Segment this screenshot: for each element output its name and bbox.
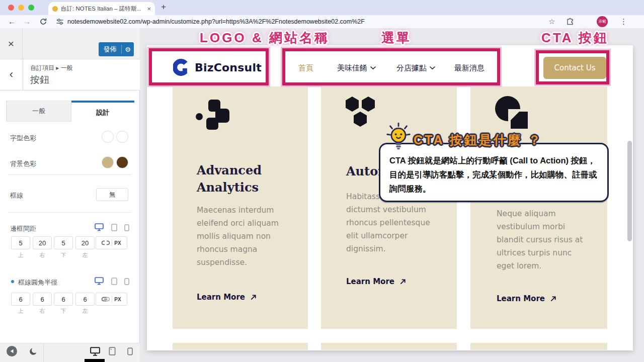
- tab-general[interactable]: 一般: [6, 101, 71, 122]
- radius-top-input[interactable]: 6: [11, 293, 30, 306]
- radius-bottom-input[interactable]: 6: [54, 293, 73, 306]
- gear-icon[interactable]: ⚙: [122, 46, 134, 53]
- nav-label: 分店據點: [396, 63, 427, 73]
- nav-label: 美味佳餚: [337, 63, 367, 73]
- preview-phone-icon[interactable]: [127, 347, 133, 357]
- cta-annotation-label: CTA 按鈕: [532, 29, 618, 47]
- padding-left-input[interactable]: 20: [75, 236, 95, 249]
- tab-design[interactable]: 設計: [71, 101, 134, 122]
- traffic-light-close[interactable]: [8, 5, 14, 11]
- padding-unit-label[interactable]: PX: [114, 240, 121, 246]
- tab-title: 自訂: NOTES Italian – 諾特斯...: [61, 5, 144, 13]
- back-chevron-icon[interactable]: ‹: [0, 59, 23, 90]
- menu-annotation-label: 選單: [351, 29, 442, 47]
- desktop-icon[interactable]: [95, 223, 104, 233]
- collapse-sidebar-icon[interactable]: [7, 346, 17, 356]
- link-values-icon[interactable]: [102, 295, 110, 304]
- font-color-swatch-2[interactable]: [117, 131, 128, 142]
- divider: [8, 174, 132, 175]
- nav-item-news[interactable]: 最新消息: [454, 63, 485, 73]
- arrow-up-right-icon: [399, 279, 406, 285]
- logo-annotation-label: LOGO & 網站名稱: [145, 29, 384, 47]
- dark-mode-moon-icon[interactable]: [29, 347, 38, 357]
- bg-color-swatch-2[interactable]: [117, 157, 128, 168]
- bg-color-label: 背景色彩: [10, 159, 36, 168]
- preview-desktop-icon[interactable]: [90, 347, 100, 358]
- side-label-bottom: 下: [54, 251, 73, 259]
- feature-card-3: Neque aliquam vestibulum morbi blandit c…: [470, 86, 607, 329]
- radius-unit-label[interactable]: PX: [114, 297, 121, 302]
- profile-avatar[interactable]: 示範: [597, 16, 608, 27]
- border-label: 框線: [10, 191, 23, 200]
- learn-more-label: Learn More: [197, 293, 245, 302]
- nav-label: 最新消息: [454, 63, 485, 73]
- panel-title: 按鈕: [30, 73, 49, 86]
- chevron-down-icon: [430, 66, 435, 70]
- padding-bottom-input[interactable]: 5: [54, 236, 73, 249]
- customizer-bottom-bar: [0, 343, 140, 362]
- new-tab-button[interactable]: +: [161, 2, 166, 12]
- bookmark-star-icon[interactable]: ☆: [548, 15, 555, 28]
- card-body: Maecenas interdum eleifend orci aliquam …: [197, 204, 279, 269]
- padding-right-input[interactable]: 20: [33, 236, 52, 249]
- font-color-swatch-1[interactable]: [102, 131, 113, 142]
- publish-label: 發佈: [99, 45, 121, 54]
- tablet-icon[interactable]: [111, 278, 117, 287]
- padding-label: 邊框間距: [10, 224, 36, 233]
- traffic-light-minimize[interactable]: [18, 5, 24, 11]
- partial-card: [321, 343, 457, 350]
- learn-more-label: Learn More: [346, 277, 394, 286]
- bg-color-swatch-1[interactable]: [102, 157, 113, 168]
- border-none-button[interactable]: 無: [96, 188, 128, 201]
- phone-icon[interactable]: [124, 278, 129, 287]
- padding-top-input[interactable]: 5: [11, 236, 30, 249]
- browser-chrome: 自訂: NOTES Italian – 諾特斯... × + ← → notes…: [0, 0, 644, 28]
- learn-more-link[interactable]: Learn More: [497, 294, 556, 303]
- cta-tooltip-title: CTA 按鈕是什麼 ？: [414, 132, 580, 148]
- desktop-icon[interactable]: [95, 277, 104, 287]
- partial-card: [470, 343, 607, 350]
- nav-item-locations[interactable]: 分店據點: [396, 63, 435, 73]
- radius-unit-box[interactable]: PX: [96, 293, 127, 306]
- preview-scrollbar[interactable]: [627, 141, 632, 241]
- nav-label: 首頁: [298, 63, 313, 73]
- site-settings-tune-icon[interactable]: [56, 18, 63, 27]
- back-icon[interactable]: ←: [8, 15, 16, 28]
- learn-more-link[interactable]: Learn More: [346, 277, 406, 286]
- bizconsult-logo-icon[interactable]: [173, 59, 190, 78]
- publish-button[interactable]: 發佈 ⚙: [99, 42, 134, 56]
- learn-more-link[interactable]: Learn More: [197, 293, 257, 302]
- nav-item-home[interactable]: 首頁: [298, 63, 313, 73]
- lightbulb-icon: [384, 123, 413, 154]
- tab-favicon: [52, 6, 58, 12]
- arrow-up-right-icon: [250, 294, 257, 301]
- close-customizer-icon[interactable]: ×: [0, 28, 23, 59]
- forward-icon[interactable]: →: [23, 15, 31, 28]
- circle-square-icon: [495, 96, 531, 134]
- padding-unit-box[interactable]: PX: [96, 236, 127, 249]
- extensions-puzzle-icon[interactable]: [566, 18, 574, 28]
- side-label-right: 右: [33, 307, 52, 315]
- tab-close-icon[interactable]: ×: [147, 5, 151, 13]
- preview-tablet-icon[interactable]: [109, 347, 116, 357]
- traffic-light-zoom[interactable]: [28, 5, 34, 11]
- nav-item-dishes[interactable]: 美味佳餚: [337, 63, 376, 73]
- radius-right-input[interactable]: 6: [33, 293, 52, 306]
- unit-divider: [112, 296, 112, 303]
- arrow-up-right-icon: [550, 296, 556, 302]
- browser-menu-dots-icon[interactable]: ⋮: [620, 15, 627, 28]
- radius-left-input[interactable]: 6: [75, 293, 95, 306]
- contact-us-button[interactable]: Contact Us: [543, 57, 606, 79]
- analytics-shapes-icon: [195, 97, 231, 135]
- url-bar[interactable]: notesdemowebsite02.com/wp-admin/customiz…: [67, 15, 510, 28]
- unlink-values-icon[interactable]: [102, 238, 110, 247]
- browser-tab[interactable]: 自訂: NOTES Italian – 諾特斯... ×: [48, 2, 155, 15]
- chevron-down-icon: [370, 66, 376, 70]
- reload-icon[interactable]: [39, 18, 47, 28]
- screen: 自訂: NOTES Italian – 諾特斯... × + ← → notes…: [0, 0, 644, 362]
- phone-icon[interactable]: [124, 224, 129, 233]
- side-label-top: 上: [11, 307, 30, 315]
- site-title[interactable]: BizConsult: [195, 61, 262, 74]
- tablet-icon[interactable]: [111, 224, 117, 233]
- cta-tooltip-body: CTA 按鈕就是網站上的行動呼籲 (Call to Action) 按鈕，目的是…: [389, 153, 603, 196]
